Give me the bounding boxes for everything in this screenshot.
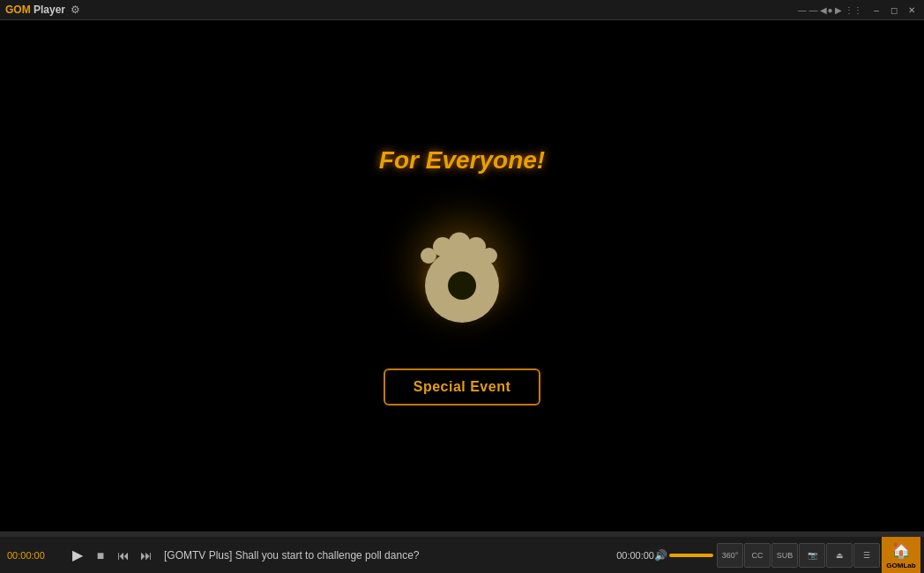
eject-icon: ⏏ bbox=[836, 551, 844, 560]
prev-button[interactable]: ⏮ bbox=[113, 545, 134, 566]
360-button[interactable]: 360° bbox=[717, 543, 743, 568]
song-title: [GOMTV Plus] Shall you start to challeng… bbox=[164, 549, 592, 562]
play-button[interactable]: ▶ bbox=[67, 545, 88, 566]
home-button[interactable]: 🏠 GOMLab bbox=[882, 537, 920, 573]
svg-point-2 bbox=[448, 272, 476, 300]
cam-button[interactable]: 📷 bbox=[799, 543, 825, 568]
home-icon: 🏠 bbox=[891, 540, 911, 560]
special-event-button[interactable]: Special Event bbox=[384, 368, 541, 406]
playback-buttons: ▶ ■ ⏮ ⏭ bbox=[67, 545, 157, 566]
titlebar-extra: — — ◀● ▶ ⋮⋮ bbox=[798, 5, 862, 15]
progress-bar-track[interactable] bbox=[0, 532, 924, 537]
for-everyone-text: For Everyone! bbox=[379, 146, 545, 175]
menu-button[interactable]: ☰ bbox=[853, 543, 880, 568]
sub-button[interactable]: SUB bbox=[771, 543, 798, 568]
video-area: For Everyone! bbox=[0, 20, 924, 532]
time-total: 00:00:00 bbox=[592, 550, 654, 561]
titlebar: GOM Player ⚙ — — ◀● ▶ ⋮⋮ – ◻ ✕ bbox=[0, 0, 924, 20]
cc-button[interactable]: CC bbox=[744, 543, 771, 568]
close-button[interactable]: ✕ bbox=[905, 3, 919, 17]
time-elapsed: 00:00:00 bbox=[4, 550, 65, 561]
app-title: GOM Player bbox=[5, 4, 65, 16]
stop-button[interactable]: ■ bbox=[90, 545, 111, 566]
titlebar-controls: — — ◀● ▶ ⋮⋮ – ◻ ✕ bbox=[798, 3, 919, 17]
app-title-gom: GOM bbox=[5, 4, 31, 16]
eject-button[interactable]: ⏏ bbox=[826, 543, 853, 568]
controls-bottom: 00:00:00 ▶ ■ ⏮ ⏭ [GOMTV Plus] Shall you … bbox=[0, 537, 924, 573]
next-button[interactable]: ⏭ bbox=[136, 545, 157, 566]
titlebar-left: GOM Player ⚙ bbox=[5, 4, 80, 16]
restore-button[interactable]: ◻ bbox=[887, 3, 901, 17]
logo-container: For Everyone! bbox=[379, 146, 545, 406]
volume-icon[interactable]: 🔊 bbox=[654, 549, 667, 562]
minimize-button[interactable]: – bbox=[869, 3, 883, 17]
cam-icon: 📷 bbox=[808, 551, 817, 560]
home-label: GOMLab bbox=[886, 562, 915, 569]
volume-slider[interactable] bbox=[669, 554, 713, 557]
svg-point-7 bbox=[481, 248, 497, 264]
controls-bar: 00:00:00 ▶ ■ ⏮ ⏭ [GOMTV Plus] Shall you … bbox=[0, 532, 924, 573]
volume-section: 🔊 bbox=[654, 549, 713, 562]
app-title-player: Player bbox=[31, 4, 65, 16]
right-controls: 360° CC SUB 📷 ⏏ ☰ bbox=[717, 543, 880, 568]
logo-glow-wrapper bbox=[391, 196, 533, 337]
svg-point-5 bbox=[449, 233, 471, 255]
settings-icon[interactable]: ⚙ bbox=[71, 4, 80, 16]
gom-logo-icon bbox=[400, 205, 524, 328]
